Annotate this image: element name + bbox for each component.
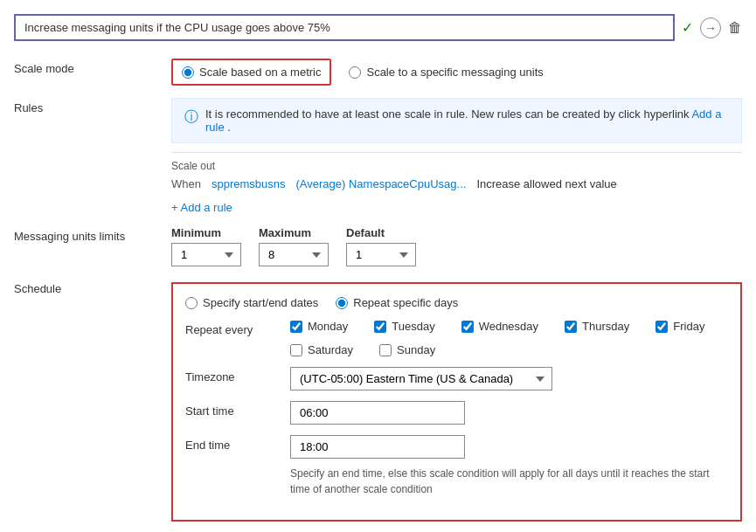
schedule-outer-section: Schedule Specify start/end dates Repeat … <box>14 279 742 522</box>
rules-table-row: When sppremsbusns (Average) NamespaceCpu… <box>171 177 742 190</box>
monday-label: Monday <box>308 320 348 333</box>
messaging-units-label: Messaging units limits <box>14 226 171 243</box>
schedule-outer-label: Schedule <box>14 279 171 295</box>
rules-info-text: It is recommended to have at least one s… <box>205 107 729 134</box>
end-time-label: End time <box>185 435 290 452</box>
end-time-input[interactable] <box>290 435 465 459</box>
scale-specific-radio[interactable] <box>349 66 361 79</box>
schedule-section: Specify start/end dates Repeat specific … <box>171 282 742 522</box>
day-thursday[interactable]: Thursday <box>565 320 629 333</box>
maximum-label: Maximum <box>259 226 329 239</box>
thursday-label: Thursday <box>582 320 629 333</box>
rules-when: When <box>171 177 201 190</box>
wednesday-checkbox[interactable] <box>461 321 474 333</box>
rules-table-header: Scale out <box>171 160 742 172</box>
rules-content: ⓘ It is recommended to have at least one… <box>171 98 742 214</box>
schedule-radio-row: Specify start/end dates Repeat specific … <box>185 296 728 309</box>
navigate-icon[interactable]: → <box>700 17 721 38</box>
confirm-icon[interactable]: ✓ <box>682 19 693 36</box>
start-time-content <box>290 401 728 425</box>
scale-metric-label: Scale based on a metric <box>199 66 321 79</box>
scale-mode-label: Scale mode <box>14 59 171 75</box>
timezone-select[interactable]: (UTC-05:00) Eastern Time (US & Canada) <box>290 367 552 390</box>
maximum-field: Maximum 8 <box>259 226 329 266</box>
timezone-content: (UTC-05:00) Eastern Time (US & Canada) <box>290 367 728 390</box>
start-time-label: Start time <box>185 401 290 418</box>
rules-source[interactable]: sppremsbusns <box>212 177 286 190</box>
timezone-label: Timezone <box>185 367 290 383</box>
messaging-units-section: Messaging units limits Minimum 1 Maximum… <box>14 226 742 266</box>
day-saturday[interactable]: Saturday <box>290 343 353 356</box>
default-field: Default 1 <box>346 226 416 266</box>
start-time-row: Start time <box>185 401 728 425</box>
sunday-label: Sunday <box>397 343 435 356</box>
scale-specific-option[interactable]: Scale to a specific messaging units <box>349 66 543 79</box>
day-wednesday[interactable]: Wednesday <box>461 320 538 333</box>
repeat-every-content: Monday Tuesday Wednesday Thursday <box>290 320 728 356</box>
minimum-field: Minimum 1 <box>171 226 241 266</box>
scale-specific-label: Scale to a specific messaging units <box>366 66 543 79</box>
maximum-select[interactable]: 8 <box>259 243 329 266</box>
info-icon: ⓘ <box>184 108 198 127</box>
condition-title-input[interactable] <box>14 14 675 41</box>
messaging-units-content: Minimum 1 Maximum 8 Default 1 <box>171 226 742 266</box>
schedule-radio-content: Specify start/end dates Repeat specific … <box>185 296 728 309</box>
schedule-repeatdays-label: Repeat specific days <box>353 296 458 309</box>
monday-checkbox[interactable] <box>290 321 302 333</box>
tuesday-label: Tuesday <box>392 320 434 333</box>
scale-metric-radio[interactable] <box>182 66 194 79</box>
timezone-row: Timezone (UTC-05:00) Eastern Time (US & … <box>185 367 728 390</box>
delete-icon[interactable]: 🗑 <box>728 20 742 36</box>
top-bar: ✓ → 🗑 <box>14 14 742 41</box>
rules-section: Rules ⓘ It is recommended to have at lea… <box>14 98 742 214</box>
default-select[interactable]: 1 <box>346 243 416 266</box>
rules-info-box: ⓘ It is recommended to have at least one… <box>171 98 742 143</box>
friday-checkbox[interactable] <box>655 321 668 333</box>
schedule-radio-group: Specify start/end dates Repeat specific … <box>185 296 728 309</box>
schedule-repeatdays-option[interactable]: Repeat specific days <box>336 296 458 309</box>
rules-label: Rules <box>14 98 171 114</box>
thursday-checkbox[interactable] <box>565 321 577 333</box>
schedule-startend-label: Specify start/end dates <box>203 296 318 309</box>
day-friday[interactable]: Friday <box>655 320 704 333</box>
friday-label: Friday <box>673 320 704 333</box>
day-monday[interactable]: Monday <box>290 320 348 333</box>
scale-mode-radio-group: Scale based on a metric Scale to a speci… <box>171 59 742 86</box>
scale-metric-option[interactable]: Scale based on a metric <box>182 66 321 79</box>
default-label: Default <box>346 226 416 239</box>
rules-action: Increase allowed next value <box>476 177 616 190</box>
schedule-repeatdays-radio[interactable] <box>336 297 348 309</box>
rules-metric[interactable]: (Average) NamespaceCpuUsag... <box>296 177 467 190</box>
day-sunday[interactable]: Sunday <box>379 343 435 356</box>
scale-mode-options: Scale based on a metric Scale to a speci… <box>171 59 742 86</box>
sunday-checkbox[interactable] <box>379 344 392 356</box>
repeat-every-row: Repeat every Monday Tuesday <box>185 320 728 356</box>
rules-info-period: . <box>227 121 231 134</box>
rules-table: Scale out When sppremsbusns (Average) Na… <box>171 152 742 214</box>
saturday-label: Saturday <box>308 343 353 356</box>
scale-mode-section: Scale mode Scale based on a metric Scale… <box>14 59 742 86</box>
repeat-every-label: Repeat every <box>185 320 290 336</box>
end-time-content: Specify an end time, else this scale con… <box>290 435 728 497</box>
schedule-startend-option[interactable]: Specify start/end dates <box>185 296 318 309</box>
saturday-checkbox[interactable] <box>290 344 302 356</box>
add-rule-link[interactable]: + Add a rule <box>171 201 232 214</box>
tuesday-checkbox[interactable] <box>374 321 386 333</box>
minimum-select[interactable]: 1 <box>171 243 241 266</box>
minimum-label: Minimum <box>171 226 241 239</box>
rules-info-message: It is recommended to have at least one s… <box>205 107 690 121</box>
end-time-hint: Specify an end time, else this scale con… <box>290 466 728 497</box>
wednesday-label: Wednesday <box>479 320 538 333</box>
arrow-symbol: → <box>704 21 717 35</box>
day-tuesday[interactable]: Tuesday <box>374 320 434 333</box>
days-checkbox-group: Monday Tuesday Wednesday Thursday <box>290 320 728 356</box>
schedule-content-wrapper: Specify start/end dates Repeat specific … <box>171 279 742 522</box>
schedule-startend-radio[interactable] <box>185 297 198 309</box>
start-time-input[interactable] <box>290 401 465 425</box>
end-time-row: End time Specify an end time, else this … <box>185 435 728 497</box>
limits-row: Minimum 1 Maximum 8 Default 1 <box>171 226 742 266</box>
scale-metric-box: Scale based on a metric <box>171 59 331 86</box>
